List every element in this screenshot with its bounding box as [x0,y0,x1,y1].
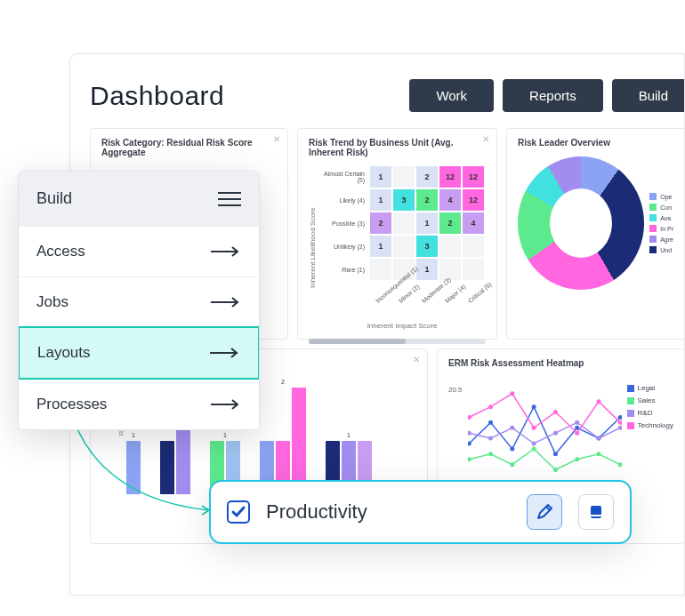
line-point [468,457,471,461]
donut-legend: OpeConAvaIn PrAgreUnd [649,193,673,253]
legend-swatch [649,204,657,211]
legend-label: Agre [660,236,673,243]
line-point [510,391,514,396]
legend-item: Con [649,204,673,211]
legend-swatch [627,422,634,429]
heatmap: Inherent Likelihood Score Almost Certain… [309,166,486,330]
work-button[interactable]: Work [409,79,494,112]
legend-swatch [627,397,634,404]
y-tick: 20.5 [448,386,463,394]
card-title: Risk Leader Overview [518,138,673,148]
close-icon[interactable]: ✕ [273,134,280,144]
line-point [468,431,471,436]
build-menu-item-jobs[interactable]: Jobs [19,276,259,327]
productivity-label: Productivity [266,500,511,524]
heatmap-cell: 2 [370,212,391,234]
bar [160,441,174,494]
legend-item: Und [649,246,673,253]
heatmap-cell: 1 [370,166,391,188]
line-point [596,452,600,456]
legend-label: Sales [638,396,656,404]
line-legend: LegalSalesR&DTechnology [627,384,673,501]
arrow-right-icon [210,347,240,359]
close-icon[interactable]: ✕ [482,134,489,144]
hamburger-icon[interactable] [218,191,241,207]
edit-button[interactable] [527,494,562,530]
build-menu-item-layouts[interactable]: Layouts [18,326,260,380]
menu-item-label: Access [36,243,85,260]
reports-button[interactable]: Reports [503,79,603,112]
heatmap-row-label: Unlikely (2) [318,244,368,250]
line-point [510,446,514,451]
heatmap-cell [370,259,391,280]
card-title: Risk Category: Residual Risk Score Aggre… [101,138,277,157]
build-dropdown-menu: Build AccessJobsLayoutsProcesses [18,171,260,430]
build-button[interactable]: Build [612,79,684,112]
heatmap-cell: 12 [463,166,484,188]
bar [126,441,141,494]
y-axis-label: Inherent Likelihood Score [309,166,317,330]
line-point [488,404,493,409]
heatmap-cell [439,259,461,280]
heatmap-x-label: Minor (2) [398,285,418,304]
svg-rect-8 [591,515,601,516]
line-point [488,420,493,425]
bar-value-label: 1 [132,432,135,438]
heatmap-cell: 4 [439,189,461,211]
legend-item: Sales [627,396,673,404]
legend-item: Ava [649,214,673,221]
heatmap-cell: 1 [370,236,391,257]
book-button[interactable] [578,494,614,530]
heatmap-cell [463,236,484,257]
line-point [575,420,579,425]
line-point [553,431,558,436]
arrow-right-icon [211,398,241,411]
productivity-checkbox[interactable] [227,500,250,524]
build-menu-item-processes[interactable]: Processes [19,379,259,429]
heatmap-cell: 12 [463,189,484,211]
line-point [510,426,514,430]
header: Dashboard Work Reports Build [90,79,684,112]
heatmap-cell: 3 [393,189,415,211]
line-point [510,462,514,467]
donut-chart [518,156,644,290]
line-point [575,457,579,461]
x-axis-label: Inherent Impact Score [318,322,486,330]
line-point [488,436,493,441]
heatmap-cell [393,236,415,257]
line-point [488,452,493,456]
book-icon [587,503,605,521]
legend-label: Legal [638,384,656,392]
productivity-popover: Productivity [209,480,632,544]
bar-group: 1 [126,441,141,494]
line-point [532,426,536,430]
line-point [596,436,600,441]
heatmap-x-label: Critical (5) [467,285,488,304]
heatmap-cell [463,259,484,280]
heatmap-cell: 12 [439,166,461,188]
legend-swatch [627,385,634,392]
heatmap-cell: 2 [416,166,438,188]
heatmap-cell [393,166,415,188]
build-menu-item-access[interactable]: Access [19,226,259,276]
legend-label: Ava [660,215,671,221]
header-buttons: Work Reports Build [409,79,684,112]
line-series [469,422,620,444]
line-point [553,452,558,456]
card-risk-leader: Risk Leader Overview OpeConAvaIn PrAgreU… [506,128,684,340]
heatmap-cell [393,212,415,234]
horizontal-scrollbar[interactable] [309,339,486,344]
card-risk-trend: ✕ Risk Trend by Business Unit (Avg. Inhe… [297,128,497,340]
close-icon[interactable]: ✕ [413,355,420,364]
legend-swatch [627,410,634,417]
legend-item: Agre [649,236,673,243]
heatmap-cell: 1 [370,189,391,211]
legend-swatch [649,214,657,221]
build-menu-title: Build [36,189,72,208]
legend-label: Ope [660,194,672,200]
card-title: Risk Trend by Business Unit (Avg. Inhere… [309,138,486,157]
heatmap-x-label: Major (4) [444,285,464,304]
legend-item: Technology [627,421,673,429]
bar-value-label: 1 [347,432,351,438]
heatmap-cell: 3 [416,236,438,257]
